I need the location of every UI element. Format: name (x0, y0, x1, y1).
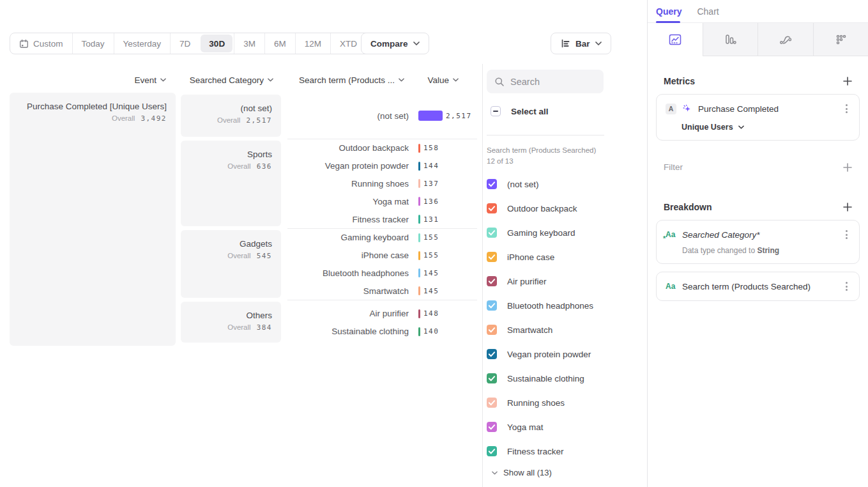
calendar-icon (19, 39, 29, 49)
date-range-6m-button[interactable]: 6M (264, 33, 295, 54)
series-checkbox[interactable] (487, 276, 497, 286)
series-checkbox[interactable] (487, 228, 497, 238)
series-label: Vegan protein powder (507, 350, 591, 359)
legend-item[interactable]: Sustainable clothing (487, 366, 634, 390)
table-row[interactable]: (not set)2,517 (287, 107, 477, 125)
legend-item[interactable]: Smartwatch (487, 318, 634, 342)
series-checkbox[interactable] (487, 252, 497, 262)
date-range-3m-button[interactable]: 3M (234, 33, 264, 54)
value-bar (418, 111, 443, 121)
table-row[interactable]: Bluetooth headphones145 (287, 265, 477, 282)
series-checkbox[interactable] (487, 325, 497, 335)
category-cell[interactable]: (not set)Overall2,517 (181, 95, 281, 137)
series-label: Yoga mat (507, 422, 544, 432)
kebab-menu-icon[interactable] (843, 103, 850, 114)
date-range-label: 30D (209, 39, 225, 49)
series-label: Gaming keyboard (507, 228, 575, 238)
search-term-label: Fitness tracker (287, 215, 409, 224)
table-row[interactable]: iPhone case155 (287, 247, 477, 265)
series-checkbox[interactable] (487, 398, 497, 408)
event-cell[interactable]: Purchase Completed [Unique Users] Overal… (10, 93, 176, 346)
column-header-event[interactable]: Event (10, 72, 166, 88)
table-row[interactable]: Gaming keyboard155 (287, 229, 477, 247)
table-groups: (not set)Overall2,517(not set)2,517Sport… (181, 93, 477, 344)
search-box[interactable] (487, 70, 604, 93)
legend-item[interactable]: (not set) (487, 172, 634, 196)
show-all-button[interactable]: Show all (13) (492, 468, 552, 477)
add-filter-icon[interactable] (843, 163, 852, 172)
show-all-label: Show all (13) (503, 468, 552, 477)
series-label: Fitness tracker (507, 447, 564, 456)
kebab-menu-icon[interactable] (843, 229, 850, 240)
legend-item[interactable]: Fitness tracker (487, 439, 634, 463)
series-label: Bluetooth headphones (507, 301, 593, 311)
breakdown-card-searched-category[interactable]: Aa* Searched Category* Data type changed… (656, 220, 860, 264)
metric-card[interactable]: A Purchase Completed Unique Users (656, 94, 860, 141)
legend-item[interactable]: Outdoor backpack (487, 196, 634, 220)
series-checkbox[interactable] (487, 446, 497, 456)
table-group: (not set)Overall2,517(not set)2,517 (181, 93, 477, 139)
kebab-menu-icon[interactable] (843, 281, 850, 292)
tab-insights[interactable] (648, 23, 703, 56)
table-row[interactable]: Vegan protein powder144 (287, 157, 477, 175)
column-header-label: Search term (Products ... (299, 75, 395, 85)
legend-item[interactable]: Bluetooth headphones (487, 293, 634, 318)
date-range-12m-button[interactable]: 12M (295, 33, 330, 54)
series-checkbox[interactable] (487, 300, 497, 311)
column-header-value[interactable]: Value (409, 72, 459, 88)
column-header-search-term[interactable]: Search term (Products ... (249, 72, 404, 88)
check-icon (487, 179, 497, 189)
date-range-today-button[interactable]: Today (72, 33, 114, 54)
date-range-7d-button[interactable]: 7D (170, 33, 199, 54)
add-metric-icon[interactable] (843, 77, 852, 86)
legend-list: (not set)Outdoor backpackGaming keyboard… (487, 172, 634, 463)
active-tab-underline (656, 21, 680, 23)
tab-flows[interactable] (758, 23, 813, 56)
series-checkbox[interactable] (487, 179, 497, 189)
table-row[interactable]: Running shoes137 (287, 175, 477, 193)
tab-chart[interactable]: Chart (697, 6, 719, 17)
series-checkbox[interactable] (487, 422, 497, 432)
category-cell[interactable]: OthersOverall384 (181, 302, 281, 343)
series-label: (not set) (507, 180, 539, 189)
breakdown-card-search-term[interactable]: Aa Search term (Products Searched) (656, 272, 860, 301)
series-checkbox[interactable] (487, 349, 497, 359)
value-label: 136 (423, 197, 439, 206)
table-row[interactable]: Sustainable clothing140 (287, 323, 477, 341)
date-range-yesterday-button[interactable]: Yesterday (114, 33, 171, 54)
overall-value: 636 (257, 162, 272, 171)
select-all-checkbox[interactable] (491, 106, 501, 116)
tab-retention[interactable] (813, 23, 868, 56)
legend-item[interactable]: Gaming keyboard (487, 220, 634, 245)
tab-query[interactable]: Query (656, 6, 681, 17)
table-row[interactable]: Outdoor backpack158 (287, 139, 477, 157)
date-range-custom-button[interactable]: Custom (10, 33, 72, 54)
series-checkbox[interactable] (487, 203, 497, 213)
table-row[interactable]: Smartwatch145 (287, 282, 477, 300)
select-all-row[interactable]: Select all (491, 106, 549, 116)
event-sparkle-icon (682, 104, 692, 114)
search-term-label: Smartwatch (287, 286, 409, 296)
series-checkbox[interactable] (487, 373, 497, 383)
compare-button[interactable]: Compare (361, 33, 429, 54)
category-cell[interactable]: SportsOverall636 (181, 141, 281, 226)
aggregation-select[interactable]: Unique Users (681, 123, 850, 132)
legend-item[interactable]: Running shoes (487, 390, 634, 415)
tab-funnels[interactable] (703, 23, 758, 56)
legend-item[interactable]: Yoga mat (487, 415, 634, 439)
table-row[interactable]: Fitness tracker131 (287, 210, 477, 228)
value-bar (418, 162, 420, 171)
category-cell[interactable]: GadgetsOverall545 (181, 230, 281, 298)
metric-badge: A (666, 104, 676, 114)
add-breakdown-icon[interactable] (843, 203, 852, 212)
legend-item[interactable]: Vegan protein powder (487, 342, 634, 366)
date-range-30d-button[interactable]: 30D (201, 35, 232, 52)
breakdown-property-name: Search term (Products Searched) (682, 282, 811, 291)
overall-value: 384 (257, 323, 272, 332)
chevron-down-icon (160, 78, 166, 82)
legend-item[interactable]: iPhone case (487, 245, 634, 269)
legend-item[interactable]: Air purifier (487, 269, 634, 293)
table-row[interactable]: Air purifier148 (287, 305, 477, 323)
table-row[interactable]: Yoga mat136 (287, 192, 477, 210)
search-input[interactable] (510, 77, 596, 87)
